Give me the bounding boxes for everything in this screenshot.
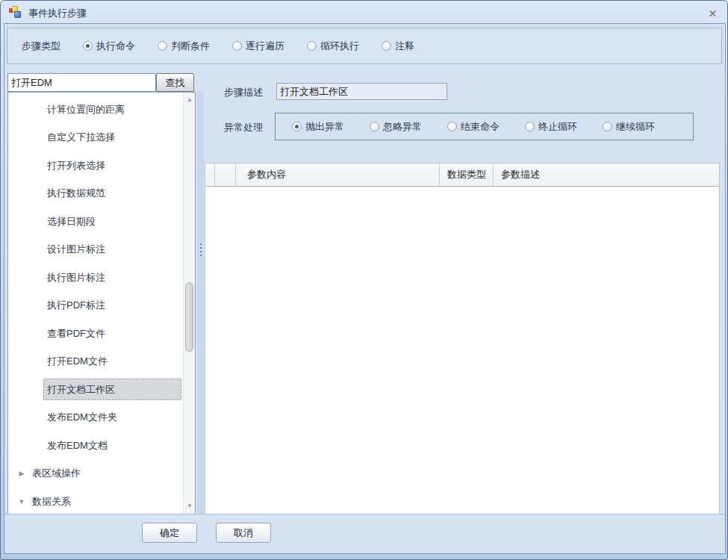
list-item[interactable]: 发布EDM文档 [8, 432, 182, 460]
list-item-label: 执行图片标注 [8, 271, 105, 284]
list-item[interactable]: 执行PDF标注 [8, 292, 182, 320]
step-type-group: 步骤类型 执行命令 判断条件 逐行遍历 循环执行 注释 [7, 28, 722, 64]
scroll-down-icon[interactable]: ▼ [184, 500, 196, 512]
dialog-content: 步骤类型 执行命令 判断条件 逐行遍历 循环执行 注释 查找 [4, 23, 726, 554]
step-description-label: 步骤描述 [224, 86, 263, 99]
list-item-label: 设计图片标注 [8, 243, 105, 256]
splitter-grip-dot [200, 255, 202, 256]
list-item-label: 自定义下拉选择 [8, 131, 115, 144]
list-item[interactable]: 打开列表选择 [8, 152, 182, 180]
column-header-param-content[interactable]: 参数内容 [236, 164, 440, 186]
chevron-right-icon: ▶ [14, 470, 29, 477]
radio-label: 继续循环 [616, 120, 655, 134]
list-item-label: 发布EDM文档 [8, 439, 108, 452]
list-item[interactable]: 执行图片标注 [8, 264, 182, 292]
list-item-label: 打开EDM文件 [8, 355, 108, 368]
panel-splitter[interactable] [197, 92, 204, 514]
list-item[interactable]: 自定义下拉选择 [8, 124, 182, 152]
list-item[interactable]: 设计图片标注 [8, 236, 182, 264]
search-input[interactable] [7, 73, 156, 92]
radio-icon [603, 122, 612, 131]
radio-label: 逐行遍历 [246, 40, 284, 53]
radio-option-ignore-exception[interactable]: 忽略异常 [370, 120, 422, 134]
radio-label: 结束命令 [461, 120, 500, 134]
list-item[interactable]: 选择日期段 [8, 208, 182, 236]
find-button[interactable]: 查找 [156, 73, 194, 92]
radio-icon [232, 41, 242, 51]
list-item-label: 打开列表选择 [8, 159, 105, 172]
radio-option-terminate-loop[interactable]: 终止循环 [525, 120, 577, 134]
radio-icon [370, 122, 379, 131]
list-item[interactable]: 查看PDF文件 [8, 320, 182, 348]
selection-highlight: 打开文档工作区 [44, 379, 181, 399]
column-header-indicator [205, 164, 215, 186]
parameter-table-body [205, 187, 719, 514]
radio-option-comment[interactable]: 注释 [382, 40, 414, 53]
parameter-table: 参数内容 数据类型 参数描述 [205, 163, 720, 514]
radio-label: 判断条件 [171, 40, 210, 53]
scroll-up-icon[interactable]: ▲ [184, 94, 196, 106]
radio-icon [447, 122, 457, 131]
list-item-label: 执行数据规范 [8, 187, 105, 200]
splitter-grip-dot [200, 243, 202, 245]
ok-button[interactable]: 确定 [142, 523, 197, 543]
radio-option-loop-execute[interactable]: 循环执行 [307, 40, 359, 53]
exception-handling-group: 抛出异常 忽略异常 结束命令 终止循环 继续循环 [275, 113, 694, 140]
radio-icon [525, 122, 535, 131]
window-title: 事件执行步骤 [28, 7, 87, 20]
form-icon-blue-square [14, 11, 21, 18]
list-item-label: 发布EDM文件夹 [8, 411, 117, 424]
list-item-label: 打开文档工作区 [47, 383, 115, 396]
tree-group-label: 数据关系 [29, 495, 71, 508]
radio-option-row-traverse[interactable]: 逐行遍历 [232, 40, 284, 53]
command-list: 计算位置间的距离 自定义下拉选择 打开列表选择 执行数据规范 选择日期段 设计图… [7, 92, 196, 514]
tree-group-table-region[interactable]: ▶ 表区域操作 [8, 460, 182, 488]
list-item[interactable]: 打开EDM文件 [8, 348, 182, 376]
step-type-label: 步骤类型 [22, 40, 60, 53]
radio-label: 执行命令 [96, 40, 135, 53]
splitter-grip-dot [200, 247, 202, 249]
list-item-label: 执行PDF标注 [8, 299, 105, 312]
chevron-down-icon: ▼ [14, 498, 29, 505]
list-item-label: 选择日期段 [8, 215, 96, 228]
parameter-table-header: 参数内容 数据类型 参数描述 [205, 164, 719, 187]
list-item[interactable]: 发布EDM文件夹 [8, 404, 182, 432]
list-item-selected[interactable]: 打开文档工作区 [8, 376, 182, 404]
list-item-label: 查看PDF文件 [8, 327, 105, 340]
column-header-param-description[interactable]: 参数描述 [494, 164, 719, 186]
radio-option-throw-exception[interactable]: 抛出异常 [292, 120, 344, 134]
radio-label: 注释 [395, 40, 414, 53]
radio-option-end-command[interactable]: 结束命令 [447, 120, 500, 134]
list-item[interactable]: 执行数据规范 [8, 180, 182, 208]
radio-option-execute-command[interactable]: 执行命令 [83, 40, 135, 53]
splitter-grip-dot [200, 251, 202, 252]
radio-option-continue-loop[interactable]: 继续循环 [603, 120, 655, 134]
form-icon [9, 6, 22, 19]
radio-icon [158, 41, 167, 51]
dialog-window: 事件执行步骤 ✕ 步骤类型 执行命令 判断条件 逐行遍历 循环执行 [0, 0, 728, 560]
command-list-rows: 计算位置间的距离 自定义下拉选择 打开列表选择 执行数据规范 选择日期段 设计图… [8, 96, 182, 514]
scrollbar-thumb[interactable] [185, 282, 193, 352]
footer-bar: 确定 取消 [4, 514, 725, 553]
titlebar[interactable]: 事件执行步骤 ✕ [1, 1, 727, 23]
tree-group-label: 表区域操作 [29, 467, 81, 480]
radio-icon [307, 41, 317, 51]
column-header-data-type[interactable]: 数据类型 [440, 164, 494, 186]
step-description-input[interactable] [276, 83, 447, 100]
list-item[interactable]: 计算位置间的距离 [8, 96, 182, 124]
radio-icon [382, 41, 391, 51]
tree-group-data-relation[interactable]: ▼ 数据关系 [8, 488, 182, 514]
radio-label: 循环执行 [320, 40, 359, 53]
cancel-button[interactable]: 取消 [216, 523, 271, 543]
radio-checked-icon [292, 122, 302, 131]
column-header-blank [215, 164, 236, 186]
radio-label: 忽略异常 [383, 120, 422, 134]
list-item-label: 计算位置间的距离 [8, 103, 125, 116]
list-scrollbar[interactable]: ▲ ▼ [183, 93, 195, 514]
radio-checked-icon [83, 41, 93, 51]
radio-option-judge-condition[interactable]: 判断条件 [158, 40, 210, 53]
exception-handling-label: 异常处理 [224, 121, 263, 134]
radio-label: 终止循环 [538, 120, 577, 134]
radio-label: 抛出异常 [305, 120, 344, 134]
close-icon[interactable]: ✕ [709, 8, 717, 20]
